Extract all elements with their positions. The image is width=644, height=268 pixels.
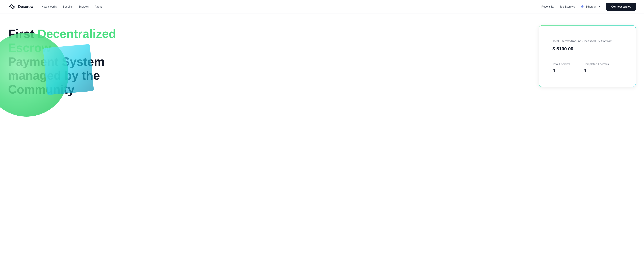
hero-left: First Decentralized Escrow Payment Syste… xyxy=(8,24,126,96)
network-selector[interactable]: Ethereum ▼ xyxy=(580,5,600,9)
network-name: Ethereum xyxy=(586,5,597,8)
stats-card-inner: Total Escrow Amount Processed By Contrac… xyxy=(546,32,629,80)
completed-escrows-label: Completed Escrows xyxy=(584,63,609,66)
nav-link-benefits[interactable]: Benefits xyxy=(63,5,72,8)
logo-icon xyxy=(8,3,16,11)
nav-link-recent-tx[interactable]: Recent Tx xyxy=(541,5,554,8)
nav-link-escrows[interactable]: Escrows xyxy=(78,5,88,8)
logo-area[interactable]: Descrow xyxy=(8,3,34,11)
stats-row: Total Escrows 4 Completed Escrows 4 xyxy=(552,63,622,73)
hero-right: Total Escrow Amount Processed By Contrac… xyxy=(539,25,636,87)
processed-amount: $ 5100.00 xyxy=(552,46,622,52)
stats-divider xyxy=(552,57,622,57)
navbar-right: Recent Tx Top Escrows Ethereum ▼ Connect… xyxy=(541,3,636,11)
hero-section: First Decentralized Escrow Payment Syste… xyxy=(0,14,644,268)
navbar-left: Descrow How it works Benefits Escrows Ag… xyxy=(8,3,102,11)
chevron-down-icon: ▼ xyxy=(598,6,600,8)
brand-name: Descrow xyxy=(18,5,34,9)
blob-container xyxy=(0,14,98,103)
completed-escrows-item: Completed Escrows 4 xyxy=(584,63,609,73)
ethereum-icon xyxy=(580,5,584,9)
processed-label: Total Escrow Amount Processed By Contrac… xyxy=(552,39,622,44)
blob-teal xyxy=(43,44,94,95)
nav-link-how-it-works[interactable]: How it works xyxy=(42,5,57,8)
total-escrows-value: 4 xyxy=(552,68,570,73)
completed-escrows-value: 4 xyxy=(584,68,609,73)
nav-link-agent[interactable]: Agent xyxy=(95,5,102,8)
nav-secondary-links: Recent Tx Top Escrows xyxy=(541,5,575,8)
stats-card: Total Escrow Amount Processed By Contrac… xyxy=(539,25,636,87)
nav-links: How it works Benefits Escrows Agent xyxy=(42,5,102,8)
navbar: Descrow How it works Benefits Escrows Ag… xyxy=(0,0,644,14)
total-escrows-label: Total Escrows xyxy=(552,63,570,66)
connect-wallet-button[interactable]: Connect Wallet xyxy=(606,3,636,11)
total-escrows-item: Total Escrows 4 xyxy=(552,63,570,73)
nav-link-top-escrows[interactable]: Top Escrows xyxy=(560,5,575,8)
